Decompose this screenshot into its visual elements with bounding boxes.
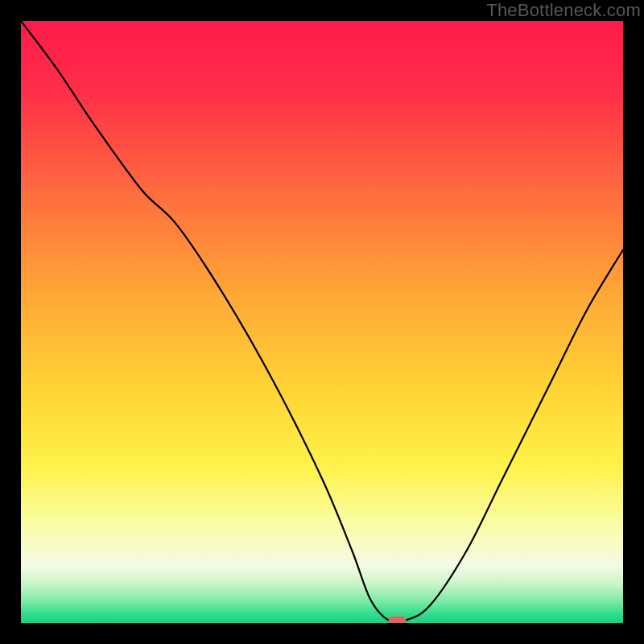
watermark-text: TheBottleneck.com <box>486 0 641 21</box>
bottleneck-curve <box>21 21 623 622</box>
optimal-point-marker <box>389 617 407 623</box>
chart-container: TheBottleneck.com <box>0 0 644 644</box>
curve-layer <box>21 21 623 623</box>
plot-area <box>21 21 623 623</box>
